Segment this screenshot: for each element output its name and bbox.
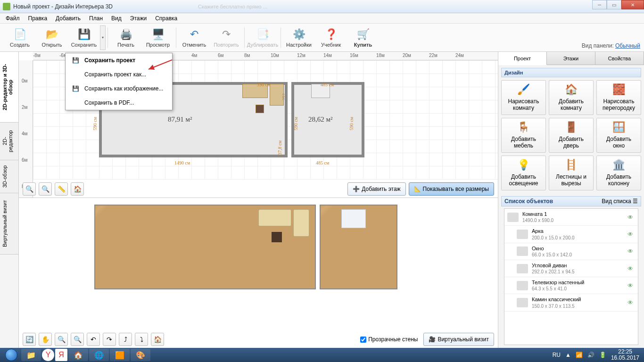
dd-сохранить-как-изображение...[interactable]: 💾Сохранить как изображение... (66, 82, 172, 96)
room2-area: 28,62 м² (308, 115, 333, 123)
room1-3d[interactable] (94, 205, 316, 289)
dd-сохранить-в-pdf...[interactable]: Сохранить в PDF... (66, 96, 172, 110)
design-перегородку[interactable]: 🧱Нарисоватьперегородку (596, 80, 641, 115)
table-3d[interactable] (272, 232, 282, 242)
toolbar-дублировать: 📑Дублировать (247, 25, 279, 51)
view-3d[interactable]: 🔄 ✋ 🔍 🔍 ↶ ↷ ⤴ ⤵ 🏠 Прозрачные стены 🎥Вирт… (19, 198, 498, 348)
task-app[interactable]: 🟧 (110, 349, 130, 361)
toolbar-отменить[interactable]: ↶Отменить (178, 25, 210, 51)
menu-file[interactable]: Файл (2, 14, 24, 23)
tray-clock[interactable]: 22:2516.05.2017 (611, 349, 639, 361)
toolbar-открыть[interactable]: 📂Открыть (36, 25, 68, 51)
start-button[interactable] (2, 348, 21, 362)
rotate-right[interactable]: ↷ (103, 333, 116, 346)
object-Камин классический[interactable]: Камин классический150.0 x 37.0 x 113.5👁 (504, 294, 638, 311)
menu-view[interactable]: Вид (107, 14, 125, 23)
window-title: Новый проект - Дизайн Интерьера 3D (13, 3, 113, 10)
toolbar-настройки[interactable]: ⚙️Настройки (283, 25, 315, 51)
menu-bar: Файл Правка Добавить План Вид Этажи Спра… (0, 13, 644, 24)
close-button[interactable]: ✕ (621, 0, 644, 9)
save-dropdown-arrow[interactable]: ▾ (100, 25, 106, 50)
minimize-button[interactable]: ─ (592, 0, 607, 9)
design-окно[interactable]: 🪟Добавитьокно (596, 118, 641, 153)
dim-485: 485 см (316, 160, 329, 165)
dd-сохранить-проект-как...[interactable]: Сохранить проект как... (66, 67, 172, 82)
task-explorer[interactable]: 📁 (21, 349, 41, 361)
task-chrome[interactable]: 🌐 (89, 349, 109, 361)
objlist-view-link[interactable]: Вид списка ☰ (602, 198, 638, 205)
task-interior[interactable]: 🏠 (68, 349, 88, 361)
sofa-3d-part[interactable] (293, 209, 309, 237)
task-ya[interactable]: Я (55, 349, 67, 361)
toolbar-печать[interactable]: 🖨️Печать (110, 25, 142, 51)
menu-plan[interactable]: План (85, 14, 107, 23)
tab-floors[interactable]: Этажи (547, 52, 595, 65)
tray-network-icon[interactable]: 📶 (576, 352, 583, 358)
side-tab-2d-3d[interactable]: 2D-редактор и 3D-обзор (0, 52, 18, 123)
object-Телевизор настенный[interactable]: Телевизор настенный64.3 x 5.5 x 41.0👁 (504, 277, 638, 294)
tab-properties[interactable]: Свойства (595, 52, 644, 65)
taskbar: 📁 Y Я 🏠 🌐 🟧 🎨 RU ▲ 📶 🔊 🔋 22:2516.05.2017 (0, 348, 644, 362)
panel-type-link[interactable]: Обычный (615, 42, 640, 49)
dd-сохранить-проект[interactable]: 💾Сохранить проект (66, 53, 172, 67)
object-Комната 1[interactable]: Комната 11490.0 x 590.0👁 (504, 209, 638, 226)
tray-flag-icon[interactable]: ▲ (565, 352, 571, 358)
object-Угловой диван[interactable]: Угловой диван292.0 x 202.1 x 94.5👁 (504, 260, 638, 277)
tray-sound-icon[interactable]: 🔊 (587, 352, 594, 358)
side-tab-3d[interactable]: 3D-обзор (0, 160, 18, 193)
toolbar-создать[interactable]: 📄Создать (4, 25, 36, 51)
tools-2d: 🔍 🔍 📏 🏠 (23, 182, 84, 196)
room2-3d[interactable] (320, 205, 397, 289)
maximize-button[interactable]: ▭ (607, 0, 621, 9)
furniture-table[interactable] (256, 105, 264, 113)
room1-area: 87,91 м² (168, 115, 192, 123)
transparent-walls-checkbox[interactable]: Прозрачные стены (360, 336, 418, 343)
design-освещение[interactable]: 💡Добавитьосвещение (501, 156, 546, 190)
rotate-left[interactable]: ↶ (87, 333, 100, 346)
bed-3d[interactable] (341, 209, 366, 228)
zoom-out-3d[interactable]: 🔍 (55, 333, 68, 346)
toolbar-купить[interactable]: 🛒Купить (347, 25, 379, 51)
design-мебель[interactable]: 🪑Добавитьмебель (501, 118, 546, 153)
toolbar-просмотр[interactable]: 🖥️Просмотр (142, 25, 174, 51)
app-icon (3, 3, 10, 10)
orbit-button[interactable]: 🔄 (23, 333, 36, 346)
design-вырезы[interactable]: 🪜Лестницы ивырезы (549, 156, 594, 190)
add-floor-button[interactable]: ➕Добавить этаж (347, 182, 405, 196)
design-колонну[interactable]: 🏛️Добавитьколонну (596, 156, 641, 190)
menu-help[interactable]: Справка (151, 14, 181, 23)
sofa-3d[interactable] (258, 209, 291, 226)
menu-edit[interactable]: Правка (25, 14, 51, 23)
design-дверь[interactable]: 🚪Добавитьдверь (549, 118, 594, 153)
virtual-visit-button[interactable]: 🎥Виртуальный визит (423, 333, 494, 346)
tilt-down[interactable]: ⤵ (135, 333, 148, 346)
pan-button[interactable]: ✋ (39, 333, 52, 346)
zoom-out-button[interactable]: 🔍 (23, 182, 36, 196)
canvas-3d[interactable] (94, 202, 424, 296)
tilt-up[interactable]: ⤴ (119, 333, 132, 346)
side-tab-virtual[interactable]: Виртуальный визит (0, 193, 18, 255)
object-Окно[interactable]: Окно66.0 x 15.0 x 142.0👁 (504, 243, 638, 260)
tray-lang[interactable]: RU (553, 352, 561, 358)
side-tab-2d[interactable]: 2D-редактор (0, 123, 18, 160)
design-комнату[interactable]: 🏠Добавитькомнату (549, 80, 594, 115)
task-yandex[interactable]: Y (42, 349, 54, 361)
measure-button[interactable]: 📏 (55, 182, 68, 196)
object-Арка[interactable]: Арка200.0 x 15.0 x 200.0👁 (504, 226, 638, 243)
menu-add[interactable]: Добавить (52, 14, 84, 23)
object-list[interactable]: Комната 11490.0 x 590.0👁Арка200.0 x 15.0… (504, 208, 638, 345)
task-paint[interactable]: 🎨 (131, 349, 150, 361)
dim-1490: 1490 см (174, 160, 190, 165)
home-button[interactable]: 🏠 (71, 182, 84, 196)
tray-power-icon[interactable]: 🔋 (599, 352, 606, 358)
toolbar-учебник[interactable]: ❓Учебник (315, 25, 347, 51)
design-комнату[interactable]: 🖌️Нарисоватькомнату (501, 80, 546, 115)
zoom-in-3d[interactable]: 🔍 (71, 333, 84, 346)
home-3d[interactable]: 🏠 (151, 333, 164, 346)
menu-floors[interactable]: Этажи (126, 14, 150, 23)
zoom-in-button[interactable]: 🔍 (39, 182, 52, 196)
show-dims-button[interactable]: 📐Показывать все размеры (409, 182, 494, 196)
section-design: Дизайн (501, 68, 641, 77)
toolbar-сохранить[interactable]: 💾Сохранить (68, 25, 100, 51)
tab-project[interactable]: Проект (498, 52, 547, 65)
